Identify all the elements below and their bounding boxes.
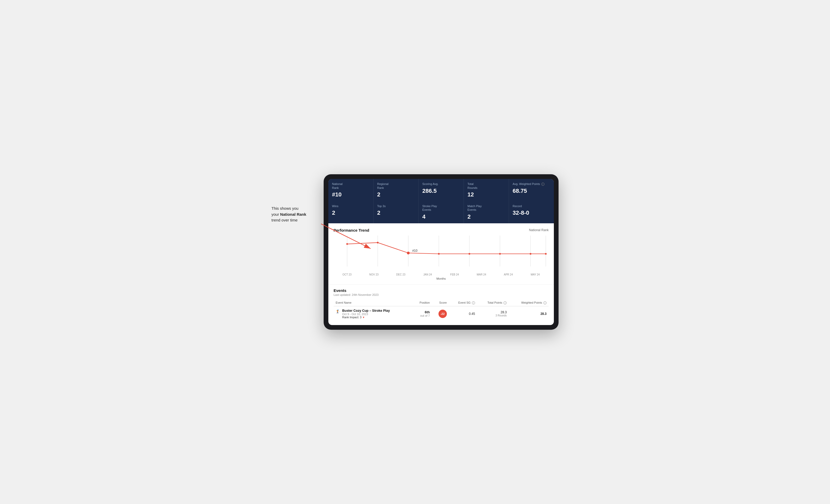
stat-total-rounds: TotalRounds 12 [464, 179, 509, 201]
event-date: Oct 9 - Oct 10, 2023 [342, 312, 390, 316]
event-name-cell: 🏌 Buster Cozy Cup – Stroke Play Oct 9 - … [333, 306, 412, 322]
svg-text:#10: #10 [412, 249, 417, 253]
annotation-line3: trend over time [272, 218, 297, 222]
performance-section: Performance Trend National Rank [328, 223, 554, 284]
stat-national-rank: NationalRank #10 [328, 179, 373, 201]
svg-point-10 [346, 243, 348, 245]
x-label-apr24: APR 24 [495, 273, 522, 276]
score-badge: -22 [439, 310, 447, 318]
rank-down-icon: ▼ [362, 316, 365, 319]
events-last-updated: Last updated: 24th November 2023 [333, 293, 549, 296]
x-label-oct23: OCT 23 [333, 273, 360, 276]
perf-header: Performance Trend National Rank [333, 228, 549, 232]
chart-container: #10 [333, 236, 549, 272]
perf-title: Performance Trend [333, 228, 369, 232]
x-label-mar24: MAR 24 [468, 273, 495, 276]
annotation-bold: National Rank [280, 212, 306, 216]
stat-regional-rank: RegionalRank 2 [374, 179, 418, 201]
event-sg-value: 0.45 [449, 306, 477, 322]
x-label-may24: MAY 24 [522, 273, 549, 276]
event-golf-icon: 🏌 [336, 309, 340, 313]
stat-record: Record 32-8-0 [509, 201, 554, 223]
outer-wrapper: This shows you your National Rank trend … [272, 174, 558, 330]
weighted-points-value: 28.3 [509, 306, 549, 322]
x-label-feb24: FEB 24 [441, 273, 468, 276]
annotation-prefix: your [272, 212, 280, 216]
chart-x-labels: OCT 23 NOV 23 DEC 23 JAN 24 FEB 24 MAR 2… [333, 272, 549, 276]
info-icon-sg: i [472, 301, 475, 304]
col-event-name: Event Name [333, 300, 412, 306]
info-icon-tp: i [504, 301, 507, 304]
tablet-frame: NationalRank #10 RegionalRank 2 Scoring … [324, 174, 558, 330]
event-total-points: 28.3 3 Rounds [477, 306, 509, 322]
table-row: 🏌 Buster Cozy Cup – Stroke Play Oct 9 - … [333, 306, 549, 322]
stats-row1: NationalRank #10 RegionalRank 2 Scoring … [328, 179, 554, 201]
x-label-dec23: DEC 23 [387, 273, 414, 276]
total-points-value: 28.3 [479, 310, 507, 314]
position-sub: out of 7 [414, 314, 430, 317]
col-total-points: Total Points i [477, 300, 509, 306]
info-icon-wp: i [543, 301, 547, 304]
tablet-screen: NationalRank #10 RegionalRank 2 Scoring … [328, 179, 554, 325]
stats-row2: Wins 2 Top 3s 2 Stroke PlayEvents 4 Matc… [328, 201, 554, 223]
col-score: Score [432, 300, 449, 306]
stat-wins: Wins 2 [328, 201, 373, 223]
position-value: 6th [414, 310, 430, 314]
x-label-nov23: NOV 23 [360, 273, 387, 276]
svg-point-14 [469, 253, 470, 254]
svg-point-15 [499, 253, 501, 254]
event-rank-impact: Rank Impact: 3 ▼ [342, 316, 390, 319]
perf-subtitle: National Rank [529, 228, 549, 232]
stat-scoring-avg: Scoring Avg. 286.5 [419, 179, 464, 201]
event-name-main: Buster Cozy Cup – Stroke Play [342, 309, 390, 312]
events-title: Events [333, 288, 549, 293]
info-icon-avg: i [541, 182, 544, 186]
annotation: This shows you your National Rank trend … [272, 206, 306, 223]
col-event-sg: Event SG i [449, 300, 477, 306]
x-label-jan24: JAN 24 [414, 273, 441, 276]
total-rounds: 3 Rounds [479, 314, 507, 317]
annotation-line1: This shows you [272, 206, 298, 210]
event-score: -22 [432, 306, 449, 322]
svg-point-16 [530, 253, 532, 254]
events-table: Event Name Position Score Event SG i Tot… [333, 300, 549, 322]
stat-top3s: Top 3s 2 [374, 201, 418, 223]
svg-point-17 [545, 253, 547, 254]
chart-svg: #10 [333, 236, 549, 272]
events-section: Events Last updated: 24th November 2023 … [328, 284, 554, 325]
col-position: Position [412, 300, 432, 306]
table-header-row: Event Name Position Score Event SG i Tot… [333, 300, 549, 306]
stat-match-play: Match PlayEvents 2 [464, 201, 509, 223]
svg-point-13 [438, 253, 440, 254]
event-position: 6th out of 7 [412, 306, 432, 322]
stat-avg-weighted: Avg. Weighted Points i 68.75 [509, 179, 554, 201]
x-axis-title: Months [333, 277, 549, 280]
svg-point-12 [407, 251, 410, 254]
stat-stroke-play: Stroke PlayEvents 4 [419, 201, 464, 223]
svg-point-11 [377, 242, 379, 243]
col-weighted-points: Weighted Points i [509, 300, 549, 306]
